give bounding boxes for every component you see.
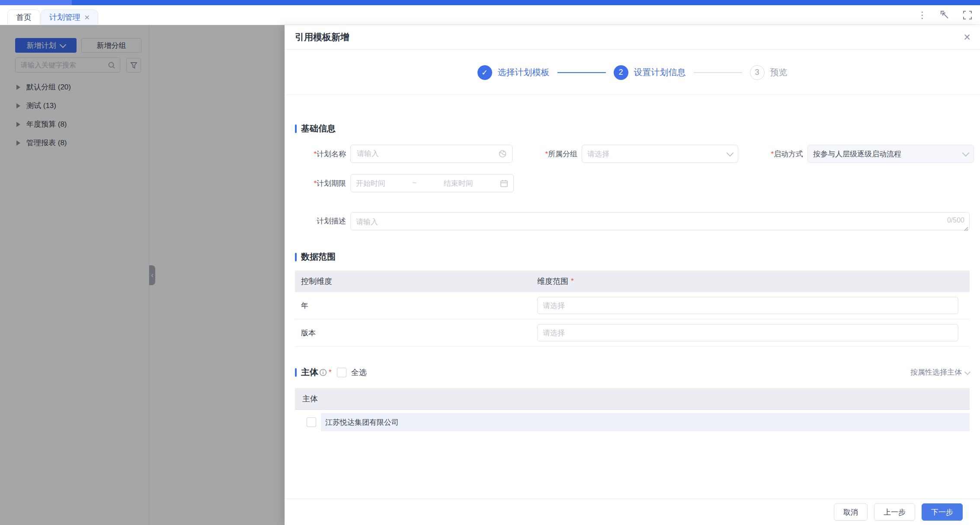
year-range-select[interactable]: 请选择 [537, 297, 958, 314]
basic-info-row-3: 计划描述 0/500 [295, 212, 970, 230]
start-date-placeholder[interactable]: 开始时间 [356, 178, 385, 188]
section-title: 数据范围 [301, 251, 336, 263]
subject-table-header: 主体 [295, 388, 970, 410]
dimension-name: 年 [295, 301, 537, 311]
group-select[interactable]: 请选择 [582, 145, 738, 163]
plan-name-label: *计划名称 [295, 149, 350, 159]
col-dimension-range: 维度范围 * [537, 276, 970, 286]
calendar-icon [500, 179, 508, 188]
close-icon[interactable]: × [964, 32, 970, 43]
info-icon[interactable] [319, 369, 327, 376]
section-title: 基础信息 [301, 123, 336, 134]
section-subject: 主体 * 全选 按属性选择主体 [295, 366, 970, 378]
drawer-body: 基础信息 *计划名称 [295, 95, 970, 431]
more-vertical-icon[interactable]: ⋮ [918, 10, 927, 19]
step-label: 预览 [770, 67, 788, 78]
required-mark: * [329, 368, 332, 377]
field-description: 计划描述 0/500 [295, 212, 970, 230]
step-number: 2 [614, 65, 628, 80]
select-all-label: 全选 [351, 367, 367, 378]
step-select-template[interactable]: ✓ 选择计划模板 [477, 65, 550, 80]
description-textarea[interactable] [350, 212, 970, 230]
table-row-version: 版本 请选择 [295, 319, 970, 347]
modal-backdrop[interactable] [0, 25, 285, 525]
subject-table: 主体 江苏悦达集团有限公司 [295, 388, 970, 431]
start-mode-label: *启动方式 [752, 149, 807, 159]
content-area: 新增计划 新增分组 [0, 25, 980, 525]
period-daterange-picker[interactable]: 开始时间 ~ 结束时间 [350, 174, 514, 192]
translate-globe-icon[interactable] [498, 150, 507, 158]
basic-info-row-2: *计划期限 开始时间 ~ 结束时间 [295, 174, 970, 192]
top-brand-bar-segment [0, 0, 72, 5]
start-mode-value: 按参与人层级逐级启动流程 [813, 149, 901, 159]
group-select-placeholder: 请选择 [587, 149, 609, 159]
data-scope-table: 控制维度 维度范围 * 年 请选择 [295, 270, 970, 347]
next-step-button[interactable]: 下一步 [922, 503, 963, 521]
top-brand-bar [0, 0, 980, 5]
field-start-mode: *启动方式 按参与人层级逐级启动流程 [752, 145, 974, 163]
col-control-dimension: 控制维度 [295, 276, 537, 286]
required-mark: * [314, 179, 317, 188]
required-mark: * [314, 150, 317, 158]
description-textarea-wrap: 0/500 [350, 212, 970, 230]
field-plan-name: *计划名称 [295, 145, 512, 163]
step-connector-inactive [694, 72, 742, 73]
subject-name: 江苏悦达集团有限公司 [325, 417, 399, 427]
plan-name-input[interactable] [350, 145, 512, 163]
subject-row-item[interactable]: 江苏悦达集团有限公司 [321, 413, 970, 431]
step-preview[interactable]: 3 预览 [750, 65, 788, 80]
drawer-title: 引用模板新增 [295, 31, 349, 43]
tab-plan-management-label: 计划管理 [49, 12, 80, 22]
chevron-down-icon [962, 150, 970, 157]
chevron-down-icon [964, 369, 970, 375]
tab-plan-management[interactable]: 计划管理 × [41, 10, 98, 25]
version-range-placeholder: 请选择 [543, 328, 565, 338]
chevron-down-icon [727, 150, 734, 157]
fullscreen-icon[interactable] [963, 10, 972, 20]
app-window: 首页 计划管理 × ⋮ 新增计划 [0, 0, 980, 525]
plan-name-text-input[interactable] [356, 149, 498, 159]
subject-column-header: 主体 [302, 394, 318, 404]
next-step-button-label: 下一步 [931, 507, 953, 517]
data-scope-table-header: 控制维度 维度范围 * [295, 270, 970, 292]
step-number: 3 [750, 65, 765, 80]
required-mark: * [545, 150, 548, 158]
subject-row: 江苏悦达集团有限公司 [295, 413, 970, 431]
tab-home-label: 首页 [16, 12, 32, 22]
step-label: 设置计划信息 [634, 67, 686, 78]
tabbar-actions: ⋮ [918, 5, 972, 25]
previous-step-button[interactable]: 上一步 [874, 503, 915, 521]
section-title: 主体 [301, 366, 318, 378]
resize-grip-icon[interactable] [963, 225, 968, 233]
required-mark: * [771, 150, 774, 158]
select-all-checkbox[interactable] [337, 368, 346, 377]
cancel-button-label: 取消 [843, 507, 858, 517]
step-label: 选择计划模板 [498, 67, 550, 78]
group-label: *所属分组 [526, 149, 582, 159]
collapse-top-left-icon[interactable] [940, 10, 950, 20]
select-by-attribute-link[interactable]: 按属性选择主体 [910, 367, 970, 377]
version-range-select[interactable]: 请选择 [537, 324, 958, 341]
section-bar [295, 124, 297, 133]
tab-home[interactable]: 首页 [7, 10, 40, 25]
start-mode-select[interactable]: 按参与人层级逐级启动流程 [807, 145, 974, 163]
drawer-footer: 取消 上一步 下一步 [285, 499, 980, 525]
field-group: *所属分组 请选择 [526, 145, 738, 163]
tab-close-icon[interactable]: × [84, 13, 90, 22]
range-separator: ~ [412, 179, 416, 188]
step-set-plan-info[interactable]: 2 设置计划信息 [614, 65, 686, 80]
wizard-steps: ✓ 选择计划模板 2 设置计划信息 3 预览 [285, 50, 980, 95]
year-range-placeholder: 请选择 [543, 301, 565, 311]
end-date-placeholder[interactable]: 结束时间 [444, 178, 473, 188]
tab-bar: 首页 计划管理 × ⋮ [0, 5, 980, 25]
subject-row-checkbox[interactable] [307, 417, 316, 427]
dimension-name: 版本 [295, 328, 537, 338]
required-mark: * [571, 277, 574, 286]
description-label: 计划描述 [295, 212, 350, 230]
step-connector-active [557, 72, 606, 73]
table-row-year: 年 请选择 [295, 292, 970, 319]
char-counter: 0/500 [947, 216, 964, 224]
select-by-attribute-label: 按属性选择主体 [910, 367, 962, 377]
cancel-button[interactable]: 取消 [834, 503, 868, 521]
reference-template-drawer: 引用模板新增 × ✓ 选择计划模板 2 设置计划信息 3 预览 [285, 25, 980, 525]
